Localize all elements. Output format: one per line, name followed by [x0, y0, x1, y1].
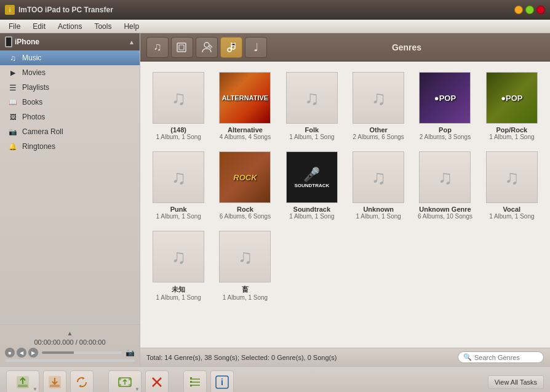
tab-genres[interactable] [220, 37, 242, 58]
genre-name-vocal: Vocal [503, 206, 521, 213]
ringtones-icon: 🔔 [7, 142, 18, 151]
genre-name-poprock: Pop/Rock [496, 126, 527, 134]
list-button[interactable] [183, 370, 207, 393]
title-bar: i ImTOO iPad to PC Transfer [0, 0, 550, 20]
sidebar-item-playlists[interactable]: ☰ Playlists [0, 80, 140, 95]
genre-item-folk[interactable]: ♫ Folk 1 Album, 1 Song [280, 68, 344, 145]
progress-bar [5, 359, 135, 362]
genre-item-pop[interactable]: ●POP Pop 2 Albums, 3 Songs [413, 68, 477, 145]
sidebar-item-ringtones[interactable]: 🔔 Ringtones [0, 139, 140, 154]
bottom-toolbar: ▼ ▼ [0, 366, 550, 392]
info-button[interactable]: i [210, 370, 234, 393]
app-icon: i [5, 5, 15, 15]
genre-info-poprock: 1 Album, 1 Song [489, 134, 534, 140]
svg-rect-14 [119, 378, 121, 380]
snapshot-button[interactable]: 📷 [126, 348, 135, 357]
view-all-tasks-button[interactable]: View All Tasks [488, 375, 544, 389]
genre-info-vocal: 1 Album, 1 Song [489, 213, 534, 220]
genre-thumb-soundtrack: 🎤 SOUNDTRACK [286, 151, 338, 203]
menu-help[interactable]: Help [118, 21, 145, 32]
sidebar-collapse-arrow[interactable]: ▲ [67, 330, 73, 337]
genre-name-soundtrack: Soundtrack [293, 206, 331, 213]
prev-button[interactable]: ◀ [17, 348, 26, 358]
genre-thumb-unknown: ♫ [353, 151, 404, 203]
film-export-button[interactable]: ▼ [108, 370, 141, 393]
genre-name-other: Other [369, 126, 387, 134]
genre-thumb-alternative: ALTERNATIVE [219, 72, 271, 124]
main-container: iPhone ▲ ♫ Music ▶ Movies ☰ Playlists 📖 … [0, 33, 550, 366]
sidebar-item-photos[interactable]: 🖼 Photos [0, 110, 140, 124]
sidebar-item-music[interactable]: ♫ Music [0, 50, 140, 65]
tab-albums[interactable] [171, 37, 193, 58]
sidebar-items: ♫ Music ▶ Movies ☰ Playlists 📖 Books 🖼 P… [0, 50, 140, 324]
genre-name-unknown: Unknown [363, 206, 394, 213]
close-button[interactable] [536, 6, 545, 14]
export-button[interactable]: ▼ [6, 370, 39, 393]
menu-edit[interactable]: Edit [26, 21, 52, 32]
tab-composers[interactable]: ♩ [245, 37, 267, 58]
play-button[interactable]: ▶ [28, 348, 38, 358]
svg-line-5 [209, 46, 211, 49]
genre-item-148[interactable]: ♫ (148) 1 Album, 1 Song [146, 68, 210, 145]
genre-item-cjk2[interactable]: ♫ 畜 1 Album, 1 Song [213, 226, 277, 305]
svg-rect-3 [179, 45, 184, 50]
stop-button[interactable]: ■ [5, 348, 15, 358]
genre-item-poprock[interactable]: ●POP Pop/Rock 1 Album, 1 Song [480, 68, 544, 145]
genre-item-other[interactable]: ♫ Other 2 Albums, 6 Songs [346, 68, 410, 145]
content-area: ♫ [140, 33, 550, 366]
genre-grid-container[interactable]: ♫ (148) 1 Album, 1 Song ALTERNATIVE Alte… [140, 62, 550, 348]
iphone-icon [5, 36, 12, 47]
svg-rect-24 [190, 381, 192, 383]
sidebar-item-camera-roll[interactable]: 📷 Camera Roll [0, 124, 140, 139]
svg-rect-15 [119, 384, 121, 386]
books-icon: 📖 [7, 98, 18, 106]
genre-name-folk: Folk [305, 126, 319, 134]
music-note-icon: ♫ [237, 246, 252, 268]
genre-item-unknown[interactable]: ♫ Unknown 1 Album, 1 Song [346, 147, 410, 224]
tab-artists[interactable] [196, 37, 218, 58]
genre-thumb-vocal: ♫ [486, 151, 538, 203]
photos-icon: 🖼 [7, 113, 18, 121]
delete-button[interactable] [145, 370, 169, 393]
tab-songs[interactable]: ♫ [146, 37, 169, 58]
genre-thumb-punk: ♫ [153, 151, 204, 203]
genre-info-punk: 1 Album, 1 Song [156, 213, 201, 220]
minimize-button[interactable] [514, 6, 523, 14]
sidebar-scroll-up[interactable]: ▲ [129, 39, 135, 46]
export-dropdown-arrow: ▼ [33, 386, 38, 392]
genre-item-punk[interactable]: ♫ Punk 1 Album, 1 Song [146, 147, 210, 224]
svg-rect-17 [129, 384, 131, 386]
sidebar-item-books[interactable]: 📖 Books [0, 95, 140, 110]
genre-thumb-folk: ♫ [286, 72, 338, 124]
music-note-icon: ♫ [305, 87, 319, 110]
genre-item-soundtrack[interactable]: 🎤 SOUNDTRACK Soundtrack 1 Album, 1 Song [280, 147, 344, 224]
genre-thumb-148: ♫ [153, 72, 204, 124]
svg-line-6 [210, 45, 212, 47]
svg-rect-12 [50, 385, 60, 387]
genre-item-cjk1[interactable]: ♫ 未知 1 Album, 1 Song [146, 226, 210, 305]
volume-slider[interactable] [42, 351, 122, 354]
device-label: iPhone [5, 36, 39, 47]
maximize-button[interactable] [525, 6, 534, 14]
sync-button[interactable] [70, 370, 94, 393]
genre-info-cjk1: 1 Album, 1 Song [156, 294, 201, 301]
search-box[interactable]: 🔍 [458, 351, 544, 363]
menu-file[interactable]: File [2, 21, 26, 32]
genre-thumb-rock: ROCK [219, 151, 271, 203]
search-input[interactable] [474, 354, 536, 361]
genre-item-unknown-genre[interactable]: ♫ Unknown Genre 6 Albums, 10 Songs [413, 147, 477, 224]
menu-actions[interactable]: Actions [52, 21, 88, 32]
import-button[interactable] [43, 370, 66, 393]
sidebar-item-movies[interactable]: ▶ Movies [0, 65, 140, 80]
genre-item-alternative[interactable]: ALTERNATIVE Alternative 4 Albums, 4 Song… [213, 68, 277, 145]
music-note-icon: ♫ [371, 166, 386, 189]
menu-tools[interactable]: Tools [88, 21, 118, 32]
genre-item-vocal[interactable]: ♫ Vocal 1 Album, 1 Song [480, 147, 544, 224]
app-title: ImTOO iPad to PC Transfer [18, 6, 514, 14]
svg-rect-25 [190, 385, 192, 386]
svg-point-7 [228, 48, 231, 52]
film-export-dropdown-arrow: ▼ [135, 386, 140, 392]
genre-item-rock[interactable]: ROCK Rock 6 Albums, 6 Songs [213, 147, 277, 224]
music-note-icon: ♫ [371, 87, 386, 110]
genre-info-rock: 6 Albums, 6 Songs [220, 213, 271, 220]
